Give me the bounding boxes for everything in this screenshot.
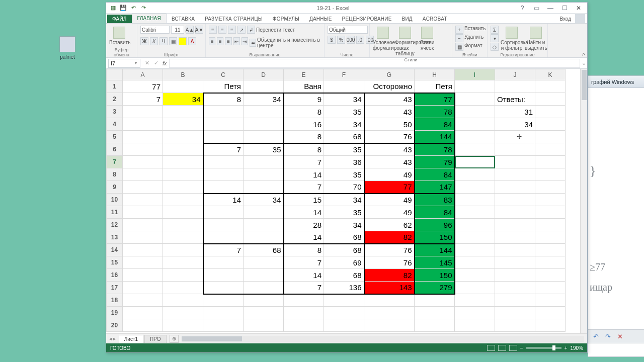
column-header[interactable]: I	[455, 69, 495, 80]
column-header[interactable]: B	[163, 69, 203, 80]
redo-icon[interactable]: ↷	[139, 4, 147, 12]
orientation-icon[interactable]: ↗	[237, 26, 246, 34]
cell[interactable]: 50	[364, 118, 415, 131]
cell[interactable]	[163, 231, 203, 244]
cell[interactable]: 34	[244, 93, 284, 106]
increase-font-icon[interactable]: A▲	[186, 26, 194, 34]
cell[interactable]: 68	[324, 244, 364, 256]
cell[interactable]: 35	[244, 143, 284, 156]
cell[interactable]	[535, 93, 566, 106]
cell[interactable]	[455, 294, 495, 307]
ribbon-display-button[interactable]: ▭	[530, 4, 543, 13]
cell[interactable]: 43	[364, 106, 415, 118]
row-header[interactable]: 6	[107, 143, 123, 156]
scrollbar-thumb[interactable]	[582, 70, 587, 100]
scrollbar-thumb[interactable]	[182, 336, 242, 341]
cell[interactable]: Осторожно	[364, 80, 415, 93]
cell[interactable]	[244, 307, 284, 319]
cell[interactable]	[455, 282, 495, 294]
column-header[interactable]: H	[415, 69, 455, 80]
cell[interactable]	[455, 131, 495, 143]
align-left-icon[interactable]: ≡	[209, 37, 215, 45]
cell[interactable]	[324, 319, 364, 332]
cell[interactable]: 35	[324, 106, 364, 118]
help-button[interactable]: ?	[516, 4, 529, 13]
signin-link[interactable]: Вход	[555, 15, 575, 23]
cell[interactable]: 7	[284, 181, 324, 194]
cell[interactable]	[123, 319, 163, 332]
align-top-icon[interactable]: ≡	[209, 26, 217, 34]
select-all-corner[interactable]	[107, 69, 123, 80]
row-header[interactable]: 15	[107, 256, 123, 269]
autosum-icon[interactable]: Σ	[491, 26, 499, 34]
cell[interactable]: Петя	[203, 80, 244, 93]
undo-icon[interactable]: ↶	[129, 4, 137, 12]
column-header[interactable]: J	[495, 69, 535, 80]
cell[interactable]	[415, 307, 455, 319]
tab-layout[interactable]: РАЗМЕТКА СТРАНИЦЫ	[200, 15, 268, 23]
column-header[interactable]: D	[244, 69, 284, 80]
column-header[interactable]: A	[123, 69, 163, 80]
cell[interactable]	[203, 282, 244, 294]
cell[interactable]	[495, 319, 535, 332]
cell[interactable]	[535, 80, 566, 93]
cell[interactable]	[244, 156, 284, 168]
cell[interactable]: 49	[364, 206, 415, 219]
cell[interactable]	[455, 256, 495, 269]
font-name-select[interactable]: Calibri	[140, 26, 170, 34]
cell[interactable]	[455, 307, 495, 319]
new-sheet-button[interactable]: ⊕	[170, 335, 179, 343]
cell[interactable]	[455, 156, 495, 168]
view-layout-icon[interactable]	[498, 345, 506, 351]
cell[interactable]	[203, 118, 244, 131]
cell[interactable]	[415, 294, 455, 307]
cell[interactable]	[123, 307, 163, 319]
decrease-font-icon[interactable]: A▼	[195, 26, 203, 34]
cell[interactable]: 145	[415, 256, 455, 269]
cell[interactable]	[203, 307, 244, 319]
cell[interactable]	[535, 168, 566, 181]
cell[interactable]: 43	[364, 143, 415, 156]
cell[interactable]	[324, 294, 364, 307]
zoom-level[interactable]: 190%	[570, 345, 583, 351]
cell[interactable]	[123, 219, 163, 231]
conditional-formatting-button[interactable]: Условное форматиров…	[373, 26, 393, 51]
maximize-button[interactable]: ☐	[558, 4, 571, 13]
minimize-button[interactable]: —	[544, 4, 557, 13]
row-header[interactable]: 2	[107, 93, 123, 106]
cell[interactable]: 96	[415, 219, 455, 231]
view-break-icon[interactable]	[509, 345, 517, 351]
cell[interactable]	[495, 181, 535, 194]
font-size-select[interactable]: 11	[171, 26, 184, 34]
cell[interactable]: 31	[495, 106, 535, 118]
enter-formula-icon[interactable]: ✓	[151, 59, 160, 68]
row-header[interactable]: 9	[107, 181, 123, 194]
cell[interactable]: 14	[203, 194, 244, 206]
cell[interactable]: 144	[415, 244, 455, 256]
row-header[interactable]: 11	[107, 206, 123, 219]
cell[interactable]: 77	[123, 80, 163, 93]
cell[interactable]	[244, 181, 284, 194]
cell[interactable]: 68	[324, 131, 364, 143]
cell[interactable]: 8	[284, 131, 324, 143]
cell[interactable]: 43	[364, 156, 415, 168]
cell[interactable]: 14	[284, 269, 324, 282]
cell[interactable]	[284, 319, 324, 332]
cell[interactable]	[284, 307, 324, 319]
cell[interactable]	[535, 206, 566, 219]
close-button[interactable]: ✕	[572, 4, 585, 13]
cell[interactable]	[364, 319, 415, 332]
insert-cells-button[interactable]: +Вставить	[455, 26, 486, 34]
save-icon[interactable]: 💾	[119, 4, 127, 12]
italic-button[interactable]: К	[150, 37, 158, 45]
find-select-button[interactable]: Найти и выделить	[525, 26, 547, 51]
wrap-text-button[interactable]: ↲Перенести текст	[247, 26, 295, 34]
cell[interactable]	[244, 168, 284, 181]
row-header[interactable]: 19	[107, 307, 123, 319]
cell[interactable]	[244, 206, 284, 219]
cell[interactable]: 68	[244, 244, 284, 256]
cell[interactable]	[123, 269, 163, 282]
indent-dec-icon[interactable]: ⇤	[233, 37, 240, 45]
cell[interactable]: 136	[324, 282, 364, 294]
column-header[interactable]: K	[535, 69, 566, 80]
